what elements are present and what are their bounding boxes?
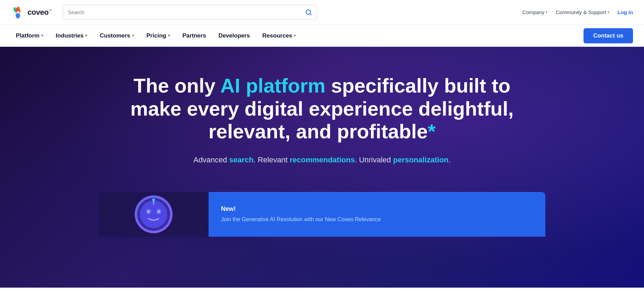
login-link[interactable]: Log in — [618, 9, 633, 15]
card-new-badge: New! — [221, 205, 533, 213]
pricing-chevron-icon: ▾ — [168, 33, 170, 38]
svg-line-2 — [310, 13, 311, 15]
nav-item-industries[interactable]: Industries ▾ — [51, 30, 92, 42]
hero-card-new[interactable]: New! Join the Generative AI Revolution w… — [209, 192, 545, 237]
avatar-container — [135, 195, 173, 233]
company-link[interactable]: Company ▾ — [522, 9, 547, 15]
hero-card-avatar — [99, 192, 209, 237]
nav-items: Platform ▾ Industries ▾ Customers ▾ Pric… — [11, 30, 584, 42]
robot-avatar-icon — [136, 197, 171, 232]
search-button[interactable] — [305, 9, 312, 16]
nav-item-pricing[interactable]: Pricing ▾ — [142, 30, 175, 42]
contact-us-button[interactable]: Contact us — [584, 28, 633, 43]
nav-item-customers[interactable]: Customers ▾ — [95, 30, 139, 42]
svg-point-7 — [147, 210, 150, 213]
customers-chevron-icon: ▾ — [132, 33, 134, 38]
card-description: Join the Generative AI Revolution with o… — [221, 215, 533, 224]
svg-point-0 — [17, 11, 19, 13]
top-right-nav: Company ▾ Community & Support ▾ Log in — [522, 9, 633, 15]
logo-text: coveo™ — [27, 8, 52, 17]
nav-item-resources[interactable]: Resources ▾ — [257, 30, 301, 42]
resources-chevron-icon: ▾ — [294, 33, 296, 38]
nav-item-developers[interactable]: Developers — [214, 30, 255, 42]
svg-point-8 — [157, 210, 160, 213]
hero-title: The only AI platform specifically built … — [116, 74, 528, 143]
hero-content: The only AI platform specifically built … — [116, 74, 528, 185]
coveo-logo-icon — [11, 6, 25, 19]
hero-subtitle: Advanced search. Relevant recommendation… — [116, 156, 528, 164]
nav-bar: Platform ▾ Industries ▾ Customers ▾ Pric… — [0, 25, 644, 47]
nav-item-partners[interactable]: Partners — [178, 30, 211, 42]
svg-point-10 — [152, 199, 155, 201]
top-bar: coveo™ Company ▾ Community & Support ▾ L… — [0, 0, 644, 25]
logo-link[interactable]: coveo™ — [11, 6, 52, 19]
search-bar — [63, 5, 317, 20]
platform-chevron-icon: ▾ — [41, 33, 43, 38]
search-icon — [305, 9, 312, 16]
nav-item-platform[interactable]: Platform ▾ — [11, 30, 48, 42]
hero-cards: New! Join the Generative AI Revolution w… — [99, 192, 545, 237]
industries-chevron-icon: ▾ — [85, 33, 87, 38]
community-chevron-icon: ▾ — [608, 10, 609, 14]
hero-section: The only AI platform specifically built … — [0, 47, 644, 288]
community-support-link[interactable]: Community & Support ▾ — [556, 9, 609, 15]
company-chevron-icon: ▾ — [546, 10, 547, 14]
search-input[interactable] — [68, 9, 305, 15]
